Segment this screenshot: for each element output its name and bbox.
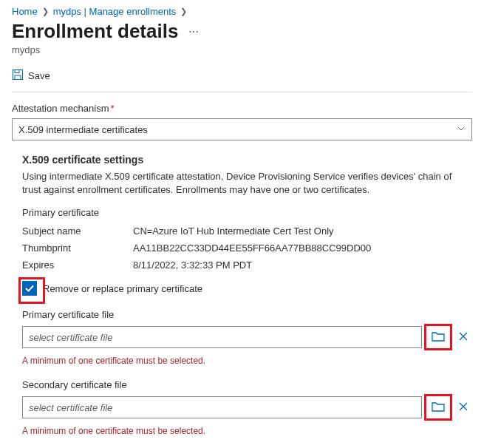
secondary-file-clear-button[interactable]: [454, 396, 472, 418]
thumbprint-label: Thumbprint: [22, 242, 133, 254]
svg-rect-2: [15, 75, 21, 80]
chevron-down-icon: [457, 124, 466, 135]
attestation-value: X.509 intermediate certificates: [18, 124, 457, 135]
close-icon: [457, 401, 469, 415]
breadcrumb-mydps[interactable]: mydps | Manage enrollments: [53, 6, 177, 17]
primary-file-label: Primary certificate file: [22, 309, 472, 320]
primary-cert-details: Subject name CN=Azure IoT Hub Intermedia…: [22, 223, 472, 274]
primary-file-error: A minimum of one certificate must be sel…: [22, 356, 472, 366]
save-label: Save: [28, 70, 50, 81]
x509-heading: X.509 certificate settings: [22, 154, 472, 166]
chevron-right-icon: ❯: [42, 7, 49, 16]
svg-rect-1: [15, 70, 19, 73]
breadcrumb: Home ❯ mydps | Manage enrollments ❯: [12, 6, 472, 17]
secondary-file-placeholder: select certificate file: [29, 402, 112, 413]
more-actions-button[interactable]: ⋯: [185, 26, 202, 38]
secondary-file-label: Secondary certificate file: [22, 379, 472, 390]
page-subtitle: mydps: [12, 44, 472, 55]
chevron-right-icon: ❯: [180, 7, 187, 16]
folder-icon: [431, 399, 446, 416]
folder-icon: [431, 329, 446, 346]
attestation-select[interactable]: X.509 intermediate certificates: [12, 118, 472, 140]
expires-label: Expires: [22, 259, 133, 271]
secondary-file-error: A minimum of one certificate must be sel…: [22, 426, 472, 436]
divider: [12, 92, 472, 92]
page-title: Enrollment details: [12, 20, 178, 43]
breadcrumb-home[interactable]: Home: [12, 6, 38, 17]
checkbox-checked-icon: [22, 281, 37, 296]
primary-file-clear-button[interactable]: [454, 326, 472, 348]
primary-file-browse-button[interactable]: [426, 326, 450, 348]
primary-cert-heading: Primary certificate: [22, 207, 472, 218]
attestation-label: Attestation mechanism*: [12, 103, 472, 114]
save-icon: [12, 69, 24, 83]
remove-replace-checkbox[interactable]: Remove or replace primary certificate: [22, 281, 472, 296]
expires-value: 8/11/2022, 3:32:33 PM PDT: [133, 259, 472, 271]
secondary-file-browse-button[interactable]: [426, 396, 450, 418]
close-icon: [457, 330, 469, 345]
primary-file-input[interactable]: select certificate file: [22, 326, 422, 348]
thumbprint-value: AA11BB22CC33DD44EE55FF66AA77BB88CC99DD00: [133, 242, 472, 254]
save-button[interactable]: Save: [12, 69, 472, 83]
remove-replace-label: Remove or replace primary certificate: [43, 283, 202, 294]
svg-rect-0: [13, 70, 23, 80]
primary-file-placeholder: select certificate file: [29, 332, 112, 343]
subject-name-label: Subject name: [22, 225, 133, 237]
x509-desc: Using intermediate X.509 certificate att…: [22, 170, 466, 197]
secondary-file-input[interactable]: select certificate file: [22, 396, 422, 418]
subject-name-value: CN=Azure IoT Hub Intermediate Cert Test …: [133, 225, 472, 237]
